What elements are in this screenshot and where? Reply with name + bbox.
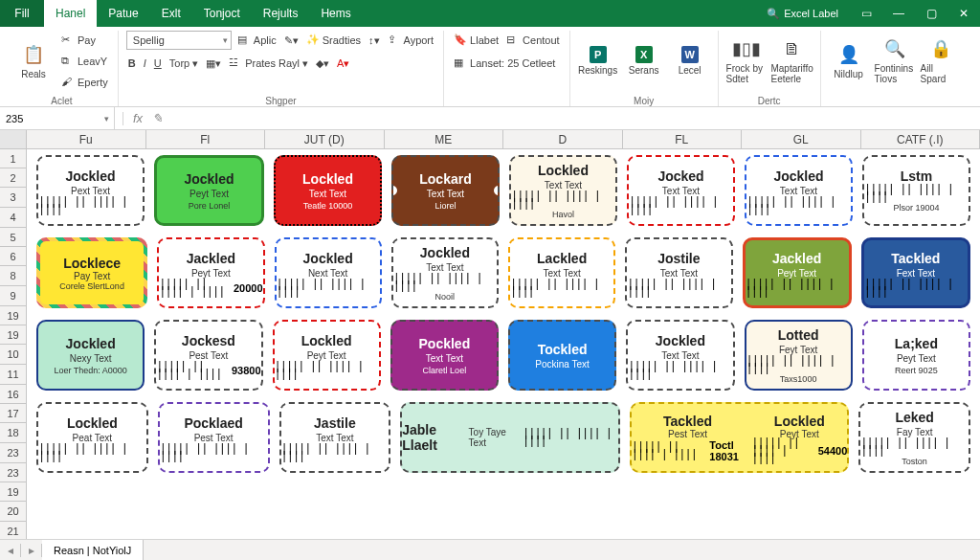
paste-button[interactable]: 📋 Reals [13, 31, 54, 90]
label-tile[interactable]: Jable LlaeltToy Taye Text||||| || |||| |… [400, 402, 620, 473]
aplic-button[interactable]: ▤Aplic [235, 31, 278, 50]
label-tile[interactable]: LockledText Text||||| || |||| | ||||Havo… [509, 155, 617, 226]
border-dropdown[interactable]: ▦▾ [204, 54, 223, 73]
search-icon[interactable]: 🔍 [767, 8, 780, 20]
window-maximize[interactable]: ▢ [915, 0, 947, 27]
label-tile[interactable]: LockledPeat Text||||| || |||| | |||| [36, 402, 148, 473]
row-header[interactable]: 23 [0, 463, 26, 482]
sheet-prev[interactable]: ◂ [0, 544, 21, 557]
maptariffo-button[interactable]: 🗎Maptariffo Eeterle [772, 31, 813, 90]
frockby-button[interactable]: ▮▯▮Frock by Sdtet [726, 31, 767, 90]
font-color[interactable]: A▾ [335, 54, 351, 73]
tab-4[interactable]: Rejults [252, 0, 310, 27]
label-tile[interactable]: JockledNext Text||||| || |||| | |||| [275, 237, 382, 308]
row-header[interactable]: 18 [0, 423, 26, 443]
row-header[interactable]: 4 [0, 208, 26, 228]
col-B[interactable]: Fl [146, 130, 266, 148]
label-tile[interactable]: JockledPeyt TextPore Lonel [154, 155, 264, 226]
tab-home[interactable]: Hanel [44, 0, 97, 27]
label-tile[interactable]: JostileText Text||||| || |||| | |||| [625, 237, 732, 308]
col-C[interactable]: JUT (D) [265, 130, 385, 148]
label-tile[interactable]: TackledFext Text||||| || |||| | |||| [861, 237, 970, 308]
tab-5[interactable]: Hems [309, 0, 362, 27]
label-tile[interactable]: JastileText Text||||| || |||| | |||| [279, 402, 391, 473]
liabet-button[interactable]: 🔖Llabet [452, 31, 501, 50]
app-publisher[interactable]: PReskings [578, 31, 618, 90]
label-tile[interactable]: LockardText TextLiorel [391, 155, 500, 226]
label-tile[interactable]: JackledPeyt Text||||| || |||| | ||||2000… [157, 237, 264, 308]
prates-button[interactable]: ☳Prates Rayl▾ [227, 54, 310, 73]
label-tile[interactable]: PocklaedPest Text||||| || |||| | |||| [158, 402, 270, 473]
label-tile[interactable]: LockledText TextTeatle 10000 [274, 155, 382, 226]
row-header[interactable]: 19 [0, 482, 26, 502]
tab-3[interactable]: Tonjoct [192, 0, 252, 27]
label-tile[interactable]: La;kedPeyt TextReert 9025 [862, 320, 970, 391]
row-header[interactable]: 1 [0, 149, 26, 168]
app-word[interactable]: WLecel [670, 31, 710, 90]
label-tile[interactable]: LockledPeyt Text||||| || |||| | |||| [273, 320, 381, 391]
row-header[interactable]: 2 [0, 168, 26, 188]
row-header[interactable]: 10 [0, 345, 26, 365]
underline-button[interactable]: U [152, 54, 164, 73]
fx-pen-icon[interactable]: ✎ [152, 111, 163, 125]
ribbon-collapse[interactable]: ▭ [850, 0, 882, 27]
sradties-button[interactable]: ✨Sradties [304, 31, 363, 50]
row-header[interactable]: 11 [0, 365, 26, 385]
copy-button[interactable]: ⧉LeavY [59, 52, 110, 71]
tab-2[interactable]: Exlt [150, 0, 192, 27]
window-close[interactable]: ✕ [947, 0, 980, 27]
row-header[interactable]: 19 [0, 325, 26, 345]
select-all-corner[interactable] [0, 130, 27, 148]
pen-dropdown[interactable]: ✎▾ [282, 31, 301, 50]
label-tile[interactable]: TockledPockina Text [508, 320, 616, 391]
label-tile[interactable]: JockesdPest Text||||| || |||| | ||||9380… [154, 320, 262, 391]
window-minimize[interactable]: — [882, 0, 915, 27]
app-excel[interactable]: XSerans [624, 31, 664, 90]
centout-button[interactable]: ⊟Centout [504, 31, 562, 50]
col-D[interactable]: ME [385, 130, 504, 148]
label-tile[interactable]: JockledText Text||||| || |||| | |||| [626, 320, 734, 391]
row-header[interactable]: 9 [0, 286, 26, 306]
label-tile[interactable]: JockledNexy TextLoer Thedn: A0000 [36, 320, 145, 391]
row-header[interactable]: 16 [0, 385, 26, 404]
row-header[interactable]: 21 [0, 522, 26, 539]
label-tile[interactable]: LocklecePay TextCorele SlertLond [36, 237, 147, 308]
name-box[interactable]: 235 [0, 107, 115, 129]
row-header[interactable]: 6 [0, 247, 26, 266]
col-H[interactable]: CATF (.I) [861, 130, 981, 148]
bold-button[interactable]: B [126, 54, 138, 73]
ayport-button[interactable]: ⇪Ayport [386, 31, 436, 50]
cut-button[interactable]: ✂Pay [59, 31, 110, 50]
sheet-tab[interactable]: Reasn | NotYiolJ [42, 540, 144, 560]
label-tile[interactable]: JockledText Text||||| || |||| | ||||Nooi… [391, 237, 499, 308]
row-header[interactable]: 19 [0, 306, 26, 325]
lanset-row[interactable]: ▦Lanset: 25 Cetleet [452, 54, 557, 73]
top-button[interactable]: Torp▾ [167, 54, 200, 73]
label-tile[interactable]: JockedText Text||||| || |||| | |||| [627, 155, 735, 226]
col-A[interactable]: Fu [27, 130, 146, 148]
sheet-next[interactable]: ▸ [21, 544, 42, 557]
tab-file[interactable]: Fill [0, 0, 44, 27]
col-G[interactable]: GL [742, 130, 861, 148]
col-E[interactable]: D [503, 130, 623, 148]
aillspard-button[interactable]: 🔒Aill Spard [921, 31, 961, 90]
italic-button[interactable]: I [142, 54, 148, 73]
fill-color[interactable]: ◆▾ [314, 54, 331, 73]
label-tile[interactable]: TackledPest Text||||| || |||| | ||||Toct… [630, 402, 850, 473]
row-header[interactable]: 23 [0, 443, 26, 463]
label-tile[interactable]: PockledText TextClaretl Loel [390, 320, 499, 391]
sort-dropdown[interactable]: ↕▾ [367, 31, 382, 50]
nildlup-button[interactable]: 👤Nildlup [829, 31, 869, 90]
col-F[interactable]: FL [623, 130, 743, 148]
row-header[interactable]: 8 [0, 266, 26, 286]
label-tile[interactable]: JackledPeyt Text||||| || |||| | |||| [743, 237, 852, 308]
label-tile[interactable]: Lstm||||| || |||| | ||||Plsor 19004 [862, 155, 970, 226]
label-tile[interactable]: LackledText Text||||| || |||| | |||| [508, 237, 615, 308]
spreadsheet-grid[interactable]: Fu Fl JUT (D) ME D FL GL CATF (.I) 12345… [0, 130, 980, 539]
row-header[interactable]: 17 [0, 404, 26, 423]
fontinins-button[interactable]: 🔍Fontinins Tiovs [875, 31, 915, 90]
row-header[interactable]: 20 [0, 502, 26, 522]
label-tile[interactable]: LekedFay Text||||| || |||| | ||||Toston [858, 402, 970, 473]
row-header[interactable]: 5 [0, 228, 26, 247]
row-header[interactable]: 3 [0, 188, 26, 208]
